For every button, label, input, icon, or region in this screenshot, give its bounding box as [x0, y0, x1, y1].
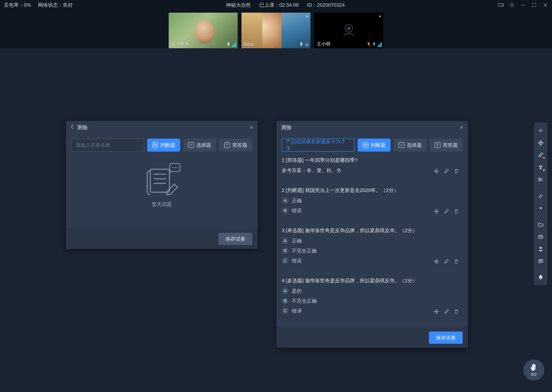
question-title: 1 [简答题] 一年四季分别是哪四季? — [282, 157, 459, 164]
settings-gear-icon[interactable] — [509, 2, 515, 8]
question-option[interactable]: A正确 — [282, 197, 459, 204]
option-bullet: B — [282, 297, 289, 304]
fullscreen-icon[interactable] — [531, 2, 537, 8]
participant-name: 王小明 — [317, 41, 330, 47]
edit-question-icon[interactable] — [444, 309, 449, 315]
option-bullet: A — [282, 237, 289, 244]
save-quiz-button[interactable]: 保存试卷 — [429, 331, 463, 344]
chat-tool-icon[interactable] — [535, 256, 546, 266]
question-option[interactable]: A正确 — [282, 237, 459, 244]
svg-text:T: T — [539, 165, 542, 170]
question-option[interactable]: A是的 — [282, 287, 459, 294]
add-short-button[interactable]: T 简答题 — [430, 139, 463, 152]
option-label: 正确 — [292, 238, 302, 244]
participant-tile[interactable]: × Nina — [241, 13, 311, 48]
option-label: 错译 — [292, 308, 302, 314]
tile-close-icon[interactable]: × — [379, 14, 381, 19]
toolbox-tool-icon[interactable] — [535, 231, 546, 242]
delete-question-icon[interactable] — [454, 309, 459, 315]
folder-tool-icon[interactable] — [535, 219, 546, 230]
brightness-tool-icon[interactable] — [535, 203, 546, 213]
add-choice-button[interactable]: ✓ 选择题 — [183, 139, 216, 152]
add-judge-button[interactable]: 判 判断题 — [147, 139, 180, 152]
empty-text: 暂无试题 — [152, 201, 172, 208]
participant-tile[interactable]: × 王小明 — [314, 13, 383, 48]
question-option[interactable]: B不完全正确 — [282, 297, 459, 304]
course-title: 神秘大自然 — [226, 2, 251, 8]
quiz-name-input[interactable]: 产品说试卷名称最多十六个字 — [282, 139, 355, 152]
short-answer-icon: T — [435, 142, 440, 148]
question-item: 2 [判断题] 我国宪法上一次更新是在2020年。（2分）A正确B错误 — [282, 187, 459, 219]
delete-question-icon[interactable] — [454, 169, 459, 175]
cursor-tool-icon[interactable] — [535, 125, 546, 136]
chip-label: 简答题 — [232, 142, 247, 148]
pen-tool-icon[interactable] — [535, 150, 546, 161]
move-question-icon[interactable] — [434, 309, 439, 315]
tile-close-icon[interactable]: × — [306, 14, 309, 19]
svg-rect-14 — [150, 169, 169, 192]
eraser-tool-icon[interactable] — [535, 190, 546, 201]
question-actions — [434, 209, 459, 215]
svg-point-20 — [174, 167, 176, 168]
signal-bars-icon — [378, 42, 382, 47]
option-label: 错误 — [292, 207, 302, 214]
toolbar-separator — [536, 269, 545, 269]
svg-rect-0 — [498, 3, 502, 7]
camera-off-icon — [340, 22, 357, 39]
question-actions — [434, 169, 459, 175]
minimize-icon[interactable] — [520, 2, 526, 8]
svg-point-32 — [541, 260, 542, 261]
person-tool-icon[interactable] — [535, 244, 546, 254]
question-option[interactable]: C错译 — [282, 308, 459, 314]
delete-question-icon[interactable] — [454, 209, 459, 215]
mic-icon — [299, 42, 303, 47]
question-item: 4 [多选题] 施华洛世奇是反华品牌，所以梁鼎琪反华。（2分）A是的B不完全正确… — [282, 277, 459, 319]
delete-question-icon[interactable] — [454, 259, 459, 265]
raise-hand-badge[interactable]: 0/2 — [523, 359, 544, 380]
svg-point-24 — [538, 178, 540, 179]
judge-icon: 判 — [363, 142, 368, 148]
move-question-icon[interactable] — [434, 169, 439, 175]
participant-video-row: 叮当老师 × Nina × 王小明 — [0, 10, 552, 48]
participant-tile[interactable]: 叮当老师 — [169, 13, 238, 48]
chip-label: 选择题 — [196, 142, 211, 148]
hand-count: 0/2 — [531, 372, 537, 377]
svg-point-26 — [540, 207, 541, 209]
panel-close-icon[interactable]: × — [250, 124, 253, 131]
back-chevron-icon[interactable] — [71, 124, 74, 131]
option-label: 错误 — [292, 258, 302, 264]
svg-point-10 — [347, 27, 350, 30]
question-option[interactable]: C错误 — [282, 257, 459, 264]
move-tool-icon[interactable] — [535, 137, 546, 148]
option-bullet: C — [282, 308, 289, 314]
edit-question-icon[interactable] — [444, 209, 449, 215]
chip-label: 判断题 — [160, 142, 175, 148]
add-choice-button[interactable]: ✓ 选择题 — [394, 139, 427, 152]
top-status-bar: 丢包率：0% 网络状态：良好 神秘大自然 已上课：02:34:09 ID：202… — [0, 0, 552, 10]
option-bullet: B — [282, 207, 289, 214]
add-short-button[interactable]: T 简答题 — [219, 139, 252, 152]
judge-icon: 判 — [152, 142, 158, 148]
panel-close-icon[interactable]: × — [460, 124, 464, 131]
save-quiz-button[interactable]: 保存试卷 — [218, 233, 252, 245]
move-question-icon[interactable] — [434, 259, 439, 265]
quiz-panel-empty: 测验 × 判 判断题 ✓ 选择题 T 简答题 — [66, 121, 258, 249]
quiz-name-input[interactable] — [71, 139, 144, 152]
svg-rect-6 — [301, 42, 302, 45]
svg-rect-5 — [228, 42, 229, 45]
text-tool-icon[interactable]: T — [535, 162, 546, 173]
svg-point-21 — [177, 167, 178, 168]
add-judge-button[interactable]: 判 判断题 — [358, 139, 391, 152]
question-answer: 参考答案：春、夏、秋、冬 — [282, 167, 459, 174]
close-window-icon[interactable] — [542, 2, 548, 8]
bell-tool-icon[interactable] — [535, 272, 546, 283]
question-option[interactable]: B不完全正确 — [282, 247, 459, 254]
option-bullet: C — [282, 257, 289, 264]
move-question-icon[interactable] — [434, 209, 439, 215]
camera-toggle-icon[interactable] — [498, 2, 504, 8]
choice-icon: ✓ — [399, 142, 404, 148]
edit-question-icon[interactable] — [444, 259, 449, 265]
question-option[interactable]: B错误 — [282, 207, 459, 214]
edit-question-icon[interactable] — [444, 169, 449, 175]
scissors-tool-icon[interactable] — [535, 174, 546, 185]
